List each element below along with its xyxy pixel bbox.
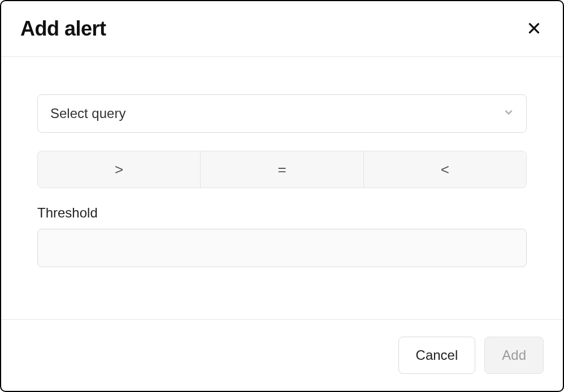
operator-eq-button[interactable]: = [200,151,363,188]
modal-header: Add alert [1,1,563,57]
modal-body: Select query > = < Threshold [1,57,563,319]
modal-title: Add alert [20,17,106,41]
operator-toggle-group: > = < [37,151,527,188]
query-select-placeholder: Select query [50,106,125,121]
cancel-button[interactable]: Cancel [398,337,476,374]
operator-lt-button[interactable]: < [363,151,526,188]
close-icon [527,21,541,37]
threshold-label: Threshold [37,205,527,221]
threshold-input[interactable] [37,229,527,267]
add-alert-modal: Add alert Select query > = < [0,0,564,392]
operator-gt-button[interactable]: > [38,151,200,188]
modal-footer: Cancel Add [1,319,563,391]
close-button[interactable] [524,19,544,40]
add-button[interactable]: Add [484,337,544,374]
query-select-wrap: Select query [37,94,527,133]
query-select[interactable]: Select query [37,94,527,133]
